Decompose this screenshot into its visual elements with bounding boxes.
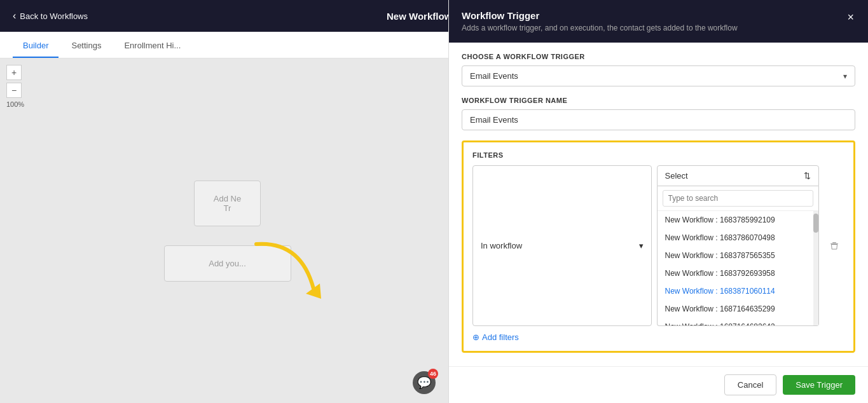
choose-trigger-select[interactable]: Email Events ▾ xyxy=(462,65,855,86)
filter-value-dropdown-container: Select ⇅ New Workflow : 1683785992109 Ne… xyxy=(657,165,820,326)
notification-icon: 💬 46 xyxy=(413,371,436,394)
back-arrow-icon: ‹ xyxy=(13,10,16,22)
save-trigger-button[interactable]: Save Trigger xyxy=(783,375,855,395)
filter-value-placeholder: Select xyxy=(665,171,688,181)
add-filters-icon: ⊕ xyxy=(472,332,479,342)
filter-value-dropdown: New Workflow : 1683785992109 New Workflo… xyxy=(657,186,820,326)
filter-row: In workflow ▾ Select ⇅ New Workflow : xyxy=(472,165,844,326)
list-item[interactable]: New Workflow : 1683792693958 xyxy=(658,264,819,282)
cancel-button[interactable]: Cancel xyxy=(724,374,776,395)
choose-trigger-value: Email Events xyxy=(470,71,518,81)
notification-badge[interactable]: 💬 46 xyxy=(413,371,436,394)
close-button[interactable]: × xyxy=(846,10,855,24)
list-item[interactable]: New Workflow : 1687164635299 xyxy=(658,300,819,318)
list-item-highlighted[interactable]: New Workflow : 1683871060114 xyxy=(658,282,819,300)
panel-subtitle: Adds a workflow trigger, and on executio… xyxy=(462,24,738,32)
delete-filter-button[interactable] xyxy=(824,165,844,326)
list-item[interactable]: New Workflow : 1683786070498 xyxy=(658,229,819,247)
svg-marker-0 xyxy=(306,283,321,299)
zoom-in-button[interactable]: + xyxy=(6,65,22,80)
add-filters-label: Add filters xyxy=(482,332,519,342)
add-filters-button[interactable]: ⊕ Add filters xyxy=(472,332,844,342)
panel-header: Workflow Trigger Adds a workflow trigger… xyxy=(449,0,868,43)
list-item[interactable]: New Workflow : 1683785992109 xyxy=(658,211,819,229)
list-item[interactable]: New Workflow : 1683787565355 xyxy=(658,247,819,264)
panel-title: Workflow Trigger xyxy=(462,10,738,21)
filter-condition-arrow-icon: ▾ xyxy=(639,241,644,250)
back-link-label: Back to Workflows xyxy=(20,11,88,21)
choose-trigger-label: CHOOSE A WORKFLOW TRIGGER xyxy=(462,53,855,60)
filter-value-trigger[interactable]: Select ⇅ xyxy=(657,165,820,186)
filters-section: FILTERS In workflow ▾ Select ⇅ xyxy=(462,140,855,353)
workflow-list: New Workflow : 1683785992109 New Workflo… xyxy=(658,211,819,325)
trigger-name-input[interactable] xyxy=(462,109,855,130)
list-item[interactable]: New Workflow : 1687164682643 xyxy=(658,318,819,325)
back-to-workflows-link[interactable]: ‹ Back to Workflows xyxy=(13,10,88,22)
tab-enrollment-history[interactable]: Enrollment Hi... xyxy=(114,34,191,58)
panel-footer: Cancel Save Trigger xyxy=(449,366,868,403)
choose-trigger-arrow-icon: ▾ xyxy=(843,72,847,81)
trigger-name-label: WORKFLOW TRIGGER NAME xyxy=(462,97,855,104)
search-wrapper xyxy=(658,186,819,211)
canvas-node: Add you... xyxy=(164,245,291,282)
zoom-level: 100% xyxy=(6,100,24,108)
trigger-panel: Workflow Trigger Adds a workflow trigger… xyxy=(448,0,868,403)
tab-settings[interactable]: Settings xyxy=(61,34,111,58)
canvas-placeholder: Add Ne Tr xyxy=(194,181,261,226)
scrollbar-track xyxy=(813,211,818,325)
scrollbar-thumb[interactable] xyxy=(813,214,818,233)
tab-builder[interactable]: Builder xyxy=(13,34,59,58)
filter-condition-select[interactable]: In workflow ▾ xyxy=(472,165,652,326)
search-input[interactable] xyxy=(663,190,814,207)
svg-rect-2 xyxy=(832,242,836,243)
filters-title: FILTERS xyxy=(472,151,844,159)
filter-condition-value: In workflow xyxy=(481,241,522,250)
zoom-controls: + − 100% xyxy=(6,65,24,108)
zoom-out-button[interactable]: − xyxy=(6,83,22,98)
filter-value-arrow-icon: ⇅ xyxy=(804,171,811,181)
canvas-area: + − 100% Add Ne Tr Add you... xyxy=(0,58,455,403)
panel-header-text: Workflow Trigger Adds a workflow trigger… xyxy=(462,10,738,32)
notification-chat-icon: 💬 xyxy=(417,376,431,390)
panel-body: CHOOSE A WORKFLOW TRIGGER Email Events ▾… xyxy=(449,43,868,366)
notification-count: 46 xyxy=(428,369,438,379)
